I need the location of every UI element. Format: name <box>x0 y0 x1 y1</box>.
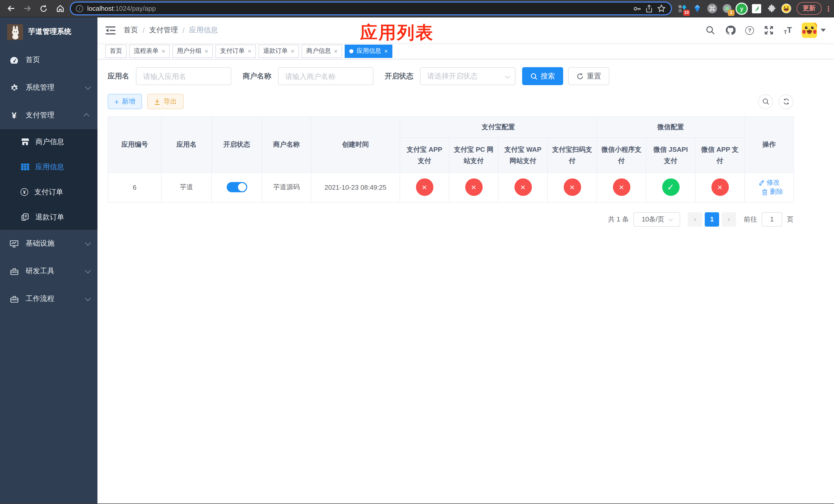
refresh-icon <box>576 72 584 80</box>
main-area: 首页 / 支付管理 / 应用信息 应用列表 ? <box>97 18 834 503</box>
extension-recorder-icon[interactable]: 1 <box>722 3 732 14</box>
browser-profile-avatar[interactable] <box>781 3 791 14</box>
sidebar-item-label: 退款订单 <box>36 212 89 222</box>
cell-actions: 修改 删除 <box>745 173 794 202</box>
close-icon[interactable]: × <box>291 48 294 54</box>
col-group-wechat: 微信配置 <box>597 117 745 138</box>
screen: i localhost:1024/pay/app 10 <box>0 0 834 504</box>
help-icon[interactable]: ? <box>745 26 754 35</box>
sidebar-item-payment[interactable]: ¥ 支付管理 <box>0 101 97 129</box>
close-icon[interactable]: × <box>384 48 388 54</box>
close-icon[interactable]: × <box>334 48 337 54</box>
sidebar-item-home[interactable]: 首页 <box>0 46 97 74</box>
sidebar-logo[interactable]: 芋道管理系统 <box>0 18 97 46</box>
header-search-icon[interactable] <box>705 25 716 36</box>
extension-y-icon[interactable]: y <box>737 3 747 14</box>
browser-back-button[interactable] <box>4 2 18 15</box>
add-button[interactable]: + 新增 <box>108 94 142 109</box>
sidebar-item-system[interactable]: 系统管理 <box>0 74 97 101</box>
extension-command-icon[interactable] <box>707 3 717 14</box>
tab-user-group[interactable]: 用户分组× <box>172 44 213 58</box>
browser-menu-icon[interactable]: ⋮ <box>825 4 830 13</box>
logo-rabbit-avatar <box>7 24 23 40</box>
browser-reload-button[interactable] <box>37 2 50 15</box>
sidebar-item-label: 系统管理 <box>26 83 78 92</box>
close-icon[interactable]: × <box>161 48 165 54</box>
monitor-icon <box>10 239 19 248</box>
app-name-label: 应用名 <box>108 71 129 81</box>
caret-down-icon <box>821 29 826 32</box>
reload-icon <box>40 4 48 13</box>
goto-page-input[interactable] <box>762 212 782 226</box>
bookmark-star-icon[interactable] <box>657 4 666 13</box>
extension-gem-icon[interactable] <box>692 3 702 14</box>
share-icon[interactable] <box>645 4 653 13</box>
storefront <box>21 138 29 145</box>
monitor-chart <box>10 240 19 247</box>
tab-merchant-info[interactable]: 商户信息× <box>302 44 342 58</box>
sidebar-item-dev-tools[interactable]: 研发工具 <box>0 257 97 285</box>
site-info-icon[interactable]: i <box>76 5 83 12</box>
edit-link[interactable]: 修改 <box>758 178 780 187</box>
prev-page-button[interactable]: ‹ <box>688 212 702 226</box>
table-header-group-row: 应用编号 应用名 开启状态 商户名称 创建时间 支付宝配置 微信配置 操作 <box>108 117 794 138</box>
table-toolbar: + 新增 导出 <box>108 94 793 109</box>
sidebar-item-refund-orders[interactable]: 退款订单 <box>0 205 97 230</box>
extension-grid-icon[interactable]: 10 <box>677 3 687 14</box>
status-fail-icon: × <box>613 179 630 196</box>
close-icon[interactable]: × <box>205 48 208 54</box>
user-menu[interactable] <box>802 23 826 38</box>
col-status: 开启状态 <box>212 117 262 173</box>
next-page-button[interactable]: › <box>722 212 736 226</box>
current-page-button[interactable]: 1 <box>705 212 719 226</box>
search-button[interactable]: 搜索 <box>522 67 563 85</box>
address-bar[interactable]: i localhost:1024/pay/app <box>70 2 672 15</box>
col-app-id: 应用编号 <box>108 117 161 173</box>
delete-link[interactable]: 删除 <box>762 187 783 197</box>
tab-refund-orders[interactable]: 退款订单× <box>259 44 299 58</box>
page-size-select[interactable]: 10条/页 <box>633 212 680 226</box>
refresh-table-button[interactable] <box>778 94 793 109</box>
tab-home[interactable]: 首页 <box>105 44 127 58</box>
browser-home-button[interactable] <box>53 2 67 15</box>
password-key-icon[interactable] <box>633 4 641 13</box>
font-size-icon[interactable]: TT <box>784 26 792 35</box>
cell-alipay-wap: × <box>498 173 548 202</box>
extension-docs-icon[interactable] <box>751 3 762 14</box>
forward-arrow-icon <box>23 4 31 13</box>
col-action: 操作 <box>745 117 794 173</box>
trash-icon <box>762 188 768 195</box>
app-name-input[interactable] <box>136 67 231 85</box>
close-icon[interactable]: × <box>248 48 251 54</box>
status-toggle[interactable] <box>226 182 247 192</box>
breadcrumb-home[interactable]: 首页 <box>124 26 138 35</box>
fullscreen-icon[interactable] <box>764 25 774 36</box>
breadcrumb-payment[interactable]: 支付管理 <box>149 26 178 35</box>
sidebar-item-merchant-info[interactable]: 商户信息 <box>0 129 97 154</box>
browser-update-button[interactable]: 更新 <box>796 2 822 15</box>
toggle-search-button[interactable] <box>758 94 773 109</box>
sidebar-item-pay-orders[interactable]: ¥ 支付订单 <box>0 180 97 205</box>
app-shell: 芋道管理系统 首页 系统管理 ¥ 支付管理 <box>0 18 834 503</box>
extension-badge: 10 <box>683 9 690 16</box>
tab-app-info-active[interactable]: 应用信息× <box>345 44 392 58</box>
red-annotation-title: 应用列表 <box>360 21 434 45</box>
chevron-down-icon <box>505 74 510 79</box>
sidebar-item-app-info[interactable]: 应用信息 <box>0 154 97 180</box>
merchant-name-input[interactable] <box>278 67 373 85</box>
search-icon <box>530 72 537 80</box>
pikachu-avatar-image <box>802 23 817 38</box>
hamburger-collapse-icon[interactable] <box>106 26 115 35</box>
browser-forward-button[interactable] <box>21 2 34 15</box>
back-arrow-icon <box>6 4 15 13</box>
reset-button[interactable]: 重置 <box>568 67 609 85</box>
status-select[interactable]: 请选择开启状态 <box>420 67 515 85</box>
sidebar-item-workflow[interactable]: 工作流程 <box>0 285 97 313</box>
export-button[interactable]: 导出 <box>147 94 184 109</box>
sidebar-item-infrastructure[interactable]: 基础设施 <box>0 230 97 257</box>
tab-pay-orders[interactable]: 支付订单× <box>215 44 256 58</box>
extensions-puzzle-icon[interactable] <box>766 3 776 14</box>
puzzle-icon <box>767 4 776 13</box>
github-icon[interactable] <box>725 25 736 36</box>
tab-process-form[interactable]: 流程表单× <box>129 44 170 58</box>
